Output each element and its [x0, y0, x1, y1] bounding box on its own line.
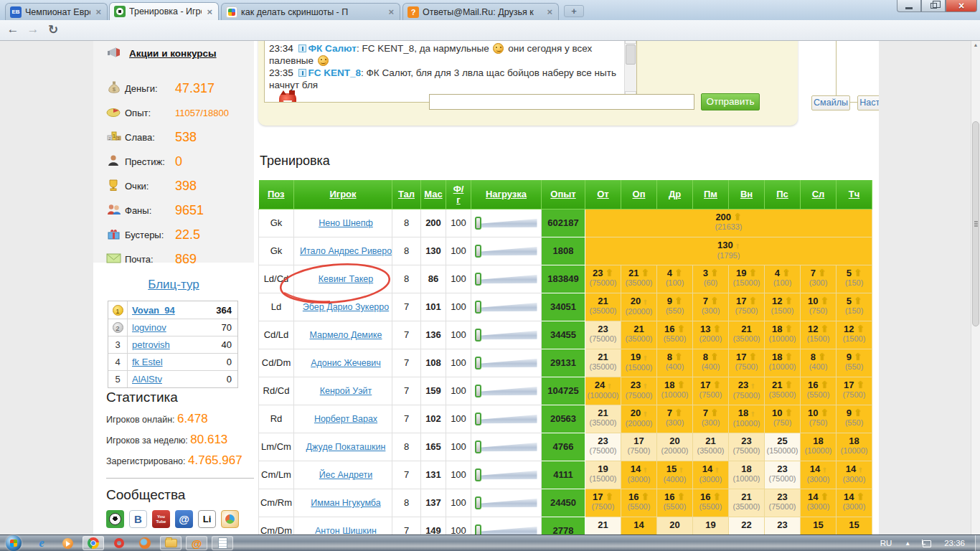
load-slider[interactable] [475, 524, 538, 535]
upgrade-arrow-icon[interactable]: ⇑ [713, 324, 721, 334]
slider-handle[interactable] [475, 413, 481, 425]
upgrade-arrow-icon[interactable]: ⇑ [785, 408, 793, 418]
load-slider[interactable] [475, 496, 538, 509]
upgrade-arrow-icon[interactable]: ↑ [715, 465, 720, 474]
message-author-link[interactable]: ФК Салют [308, 43, 357, 54]
scroll-up-icon[interactable]: ▲ [625, 41, 636, 44]
upgrade-arrow-icon[interactable]: ⇑ [641, 268, 649, 278]
scroll-up-icon[interactable]: ▲ [971, 42, 980, 47]
blitz-player-link[interactable]: AlAlStv [127, 371, 209, 387]
wmp-taskbar-button[interactable] [57, 536, 78, 550]
slider-handle[interactable] [475, 385, 481, 397]
upgrade-arrow-icon[interactable]: ⇑ [821, 380, 829, 390]
chat-settings-button[interactable]: Настройки [857, 95, 879, 110]
ie-taskbar-button[interactable]: e [31, 536, 52, 550]
upgrade-arrow-icon[interactable]: ⇑ [677, 491, 685, 502]
upgrade-arrow-icon[interactable]: ⇑ [710, 352, 718, 362]
upgrade-arrow-icon[interactable]: ⇑ [606, 268, 613, 278]
tab-screenshots[interactable]: как делать скриншоты - П× [221, 3, 400, 20]
player-info-icon[interactable] [298, 44, 306, 52]
slider-handle[interactable] [475, 273, 481, 286]
upgrade-arrow-icon[interactable]: ↑ [751, 409, 755, 418]
upgrade-arrow-icon[interactable]: ⇑ [857, 324, 864, 334]
upgrade-arrow-icon[interactable]: ⇑ [674, 408, 682, 418]
slider-handle[interactable] [475, 329, 481, 342]
upgrade-arrow-icon[interactable]: ⇑ [785, 352, 793, 362]
slider-handle[interactable] [475, 441, 481, 453]
upgrade-arrow-icon[interactable]: ⇑ [710, 408, 718, 418]
slider-handle[interactable] [475, 245, 481, 258]
vkontakte-icon[interactable]: В [129, 510, 147, 528]
upgrade-arrow-icon[interactable]: ⇑ [854, 268, 862, 278]
player-link[interactable]: Йес Андрети [319, 470, 372, 480]
reload-button[interactable]: ↻ [44, 22, 62, 37]
upgrade-arrow-icon[interactable]: ⇑ [749, 352, 757, 362]
firefox-taskbar-button[interactable] [134, 536, 156, 550]
upgrade-arrow-icon[interactable]: ↑ [735, 241, 740, 250]
load-slider[interactable] [475, 329, 538, 342]
load-slider[interactable] [475, 245, 538, 258]
promo-label[interactable]: Акции и конкурсы [129, 48, 217, 59]
blitz-player-link[interactable]: petrovish [127, 336, 209, 353]
mailru-agent-taskbar-button[interactable]: @ [186, 536, 207, 550]
start-button[interactable] [6, 535, 22, 551]
upgrade-arrow-icon[interactable]: ⇑ [710, 296, 718, 306]
upgrade-arrow-icon[interactable]: ⇑ [818, 268, 826, 278]
smiles-button[interactable]: Смайлы [811, 95, 850, 110]
tab-close-icon[interactable]: × [545, 6, 554, 17]
column-header[interactable]: Сл [801, 180, 837, 209]
column-header[interactable]: Вн [729, 180, 765, 209]
upgrade-arrow-icon[interactable]: ⇑ [677, 380, 685, 390]
back-button[interactable]: ← [4, 22, 22, 37]
blitz-player-link[interactable]: Vovan_94 [127, 301, 209, 319]
upgrade-arrow-icon[interactable]: ⇑ [641, 491, 649, 502]
player-link[interactable]: Эбер Дарио Зукерро [303, 302, 389, 312]
player-link[interactable]: Мармело Демике [309, 330, 382, 340]
page-scrollbar[interactable]: ▲ [971, 41, 980, 534]
upgrade-arrow-icon[interactable]: ⇑ [674, 352, 682, 362]
player-link[interactable]: Итало Андрес Риверос [300, 246, 392, 256]
upgrade-arrow-icon[interactable]: ⇑ [606, 491, 613, 502]
player-link[interactable]: Кенрой Уэйт [320, 386, 372, 396]
load-slider[interactable] [475, 301, 538, 314]
rainbow-icon[interactable] [221, 510, 239, 528]
upgrade-arrow-icon[interactable]: ⇑ [749, 296, 757, 306]
player-link[interactable]: Норберт Варах [314, 414, 377, 424]
upgrade-arrow-icon[interactable]: ⇑ [854, 296, 862, 306]
upgrade-arrow-icon[interactable]: ⇑ [785, 324, 793, 334]
upgrade-arrow-icon[interactable]: ⇑ [734, 212, 742, 222]
chat-input[interactable] [429, 94, 694, 110]
upgrade-arrow-icon[interactable]: ⇑ [674, 296, 682, 306]
load-slider[interactable] [475, 217, 538, 230]
upgrade-arrow-icon[interactable]: ↑ [644, 409, 648, 418]
slider-handle[interactable] [475, 496, 481, 509]
player-link-kevin-taker[interactable]: Кевинг Такер [319, 274, 373, 284]
upgrade-arrow-icon[interactable]: ↑ [644, 465, 648, 474]
column-header[interactable]: Др [657, 180, 693, 209]
new-tab-button[interactable]: + [564, 5, 584, 17]
column-header[interactable]: От [585, 180, 621, 209]
upgrade-arrow-icon[interactable]: ⇑ [785, 380, 793, 390]
upgrade-arrow-icon[interactable]: ⇑ [713, 380, 721, 390]
tab-close-icon[interactable]: × [387, 6, 395, 17]
column-header[interactable]: Тал [392, 180, 421, 209]
player-link[interactable]: Антон Шишкин [315, 526, 377, 534]
forward-button[interactable]: → [24, 22, 42, 37]
slider-handle[interactable] [475, 357, 481, 369]
player-info-icon[interactable] [298, 69, 306, 77]
show-desktop-button[interactable] [975, 535, 980, 551]
upgrade-arrow-icon[interactable]: ⇑ [854, 408, 862, 418]
scroll-thumb[interactable] [972, 121, 979, 326]
message-author-link[interactable]: FC KENT_8 [308, 67, 362, 78]
column-header[interactable]: Оп [621, 180, 657, 209]
upgrade-arrow-icon[interactable]: ⇑ [710, 268, 718, 278]
column-header[interactable]: Пм [693, 180, 729, 209]
upgrade-arrow-icon[interactable]: ⇑ [857, 380, 864, 390]
upgrade-arrow-icon[interactable]: ⇑ [749, 268, 757, 278]
load-slider[interactable] [475, 385, 538, 397]
football-community-icon[interactable] [106, 510, 124, 528]
load-slider[interactable] [475, 413, 538, 425]
player-link[interactable]: Нено Шнепф [319, 218, 373, 228]
upgrade-arrow-icon[interactable]: ↑ [823, 465, 827, 474]
chrome-taskbar-button[interactable] [83, 536, 104, 550]
